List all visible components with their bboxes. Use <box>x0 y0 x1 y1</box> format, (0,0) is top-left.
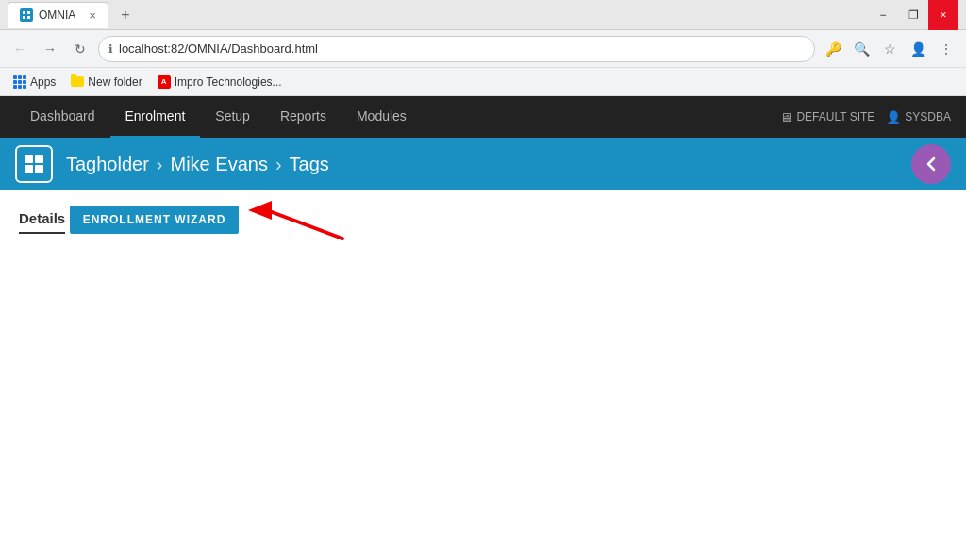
svg-rect-1 <box>27 11 30 14</box>
title-bar: OMNIA × + − ❐ × <box>0 0 966 30</box>
nav-item-enrolment[interactable]: Enrolment <box>110 96 201 138</box>
svg-rect-5 <box>35 155 43 163</box>
url-input[interactable]: ℹ localhost:82/OMNIA/Dashboard.html <box>98 36 815 62</box>
restore-button[interactable]: ❐ <box>898 0 928 30</box>
breadcrumb-sep-1: › <box>157 154 163 175</box>
svg-marker-9 <box>248 201 272 220</box>
nav-item-setup[interactable]: Setup <box>200 96 265 138</box>
svg-rect-0 <box>23 11 25 14</box>
user-label: SYSDBA <box>905 110 951 124</box>
folder-icon <box>71 76 84 87</box>
back-nav-button[interactable]: ← <box>8 37 32 61</box>
url-text: localhost:82/OMNIA/Dashboard.html <box>119 41 318 56</box>
navbar-right: 🖥 DEFAULT SITE 👤 SYSDBA <box>780 110 951 124</box>
app-navbar: Dashboard Enrolment Setup Reports Module… <box>0 96 966 138</box>
minimize-button[interactable]: − <box>868 0 898 30</box>
bookmark-new-folder[interactable]: New folder <box>65 74 147 91</box>
breadcrumb: Tagholder › Mike Evans › Tags <box>66 154 329 175</box>
browser-content: Dashboard Enrolment Setup Reports Module… <box>0 96 966 560</box>
menu-icon[interactable]: ⋮ <box>934 37 958 61</box>
tab-bar: OMNIA × + <box>8 2 868 28</box>
enrollment-wizard-container: ENROLLMENT WIZARD <box>70 206 240 234</box>
key-icon[interactable]: 🔑 <box>821 37 845 61</box>
annotation-arrow <box>239 191 352 248</box>
svg-line-8 <box>267 210 342 239</box>
breadcrumb-sep-2: › <box>275 154 282 175</box>
svg-rect-2 <box>23 16 25 19</box>
bookmark-star-icon[interactable]: ☆ <box>877 37 902 61</box>
tab-close-icon[interactable]: × <box>89 8 96 23</box>
bookmark-apps[interactable]: Apps <box>8 74 61 91</box>
new-tab-button[interactable]: + <box>112 2 139 28</box>
apps-grid-icon <box>13 75 26 89</box>
svg-rect-4 <box>25 155 33 163</box>
nav-item-modules[interactable]: Modules <box>341 96 422 138</box>
window-controls: − ❐ × <box>868 0 958 30</box>
bookmark-new-folder-label: New folder <box>88 75 142 89</box>
nav-item-reports[interactable]: Reports <box>265 96 341 138</box>
impro-logo-icon: A <box>158 75 171 89</box>
browser-window: OMNIA × + − ❐ × ← → ↻ ℹ localhost:82/OMN… <box>0 0 966 560</box>
active-tab[interactable]: OMNIA × <box>8 2 108 28</box>
search-icon[interactable]: 🔍 <box>849 37 874 61</box>
bookmark-impro-label: Impro Technologies... <box>175 75 282 89</box>
bookmark-impro[interactable]: A Impro Technologies... <box>152 74 288 91</box>
page-header: Tagholder › Mike Evans › Tags <box>0 138 966 190</box>
app-logo <box>15 145 53 183</box>
reload-button[interactable]: ↻ <box>68 37 92 61</box>
svg-rect-6 <box>25 165 33 173</box>
address-bar-actions: 🔑 🔍 ☆ 👤 ⋮ <box>821 37 958 61</box>
breadcrumb-tags[interactable]: Tags <box>290 154 329 175</box>
breadcrumb-mike-evans[interactable]: Mike Evans <box>171 154 268 175</box>
user-icon: 👤 <box>886 110 901 124</box>
enrollment-wizard-button[interactable]: ENROLLMENT WIZARD <box>70 206 240 234</box>
tab-title: OMNIA <box>39 8 75 22</box>
site-selector[interactable]: 🖥 DEFAULT SITE <box>780 110 874 124</box>
site-icon: 🖥 <box>780 110 792 124</box>
breadcrumb-tagholder[interactable]: Tagholder <box>66 154 149 175</box>
secure-icon: ℹ <box>108 42 113 56</box>
profile-icon[interactable]: 👤 <box>906 37 930 61</box>
bookmarks-bar: Apps New folder A Impro Technologies... <box>0 68 966 96</box>
page-content: Details ENROLLMENT WIZARD <box>0 190 966 560</box>
details-tab[interactable]: Details <box>19 210 65 234</box>
nav-items: Dashboard Enrolment Setup Reports Module… <box>15 96 780 138</box>
svg-rect-7 <box>35 165 43 173</box>
tab-favicon <box>20 8 33 22</box>
forward-nav-button[interactable]: → <box>38 37 62 61</box>
bookmark-apps-label: Apps <box>30 75 56 89</box>
nav-item-dashboard[interactable]: Dashboard <box>15 96 110 138</box>
site-label: DEFAULT SITE <box>796 110 874 124</box>
user-info[interactable]: 👤 SYSDBA <box>886 110 951 124</box>
address-bar: ← → ↻ ℹ localhost:82/OMNIA/Dashboard.htm… <box>0 30 966 68</box>
back-button[interactable] <box>911 144 951 184</box>
close-button[interactable]: × <box>928 0 958 30</box>
svg-rect-3 <box>27 16 30 19</box>
